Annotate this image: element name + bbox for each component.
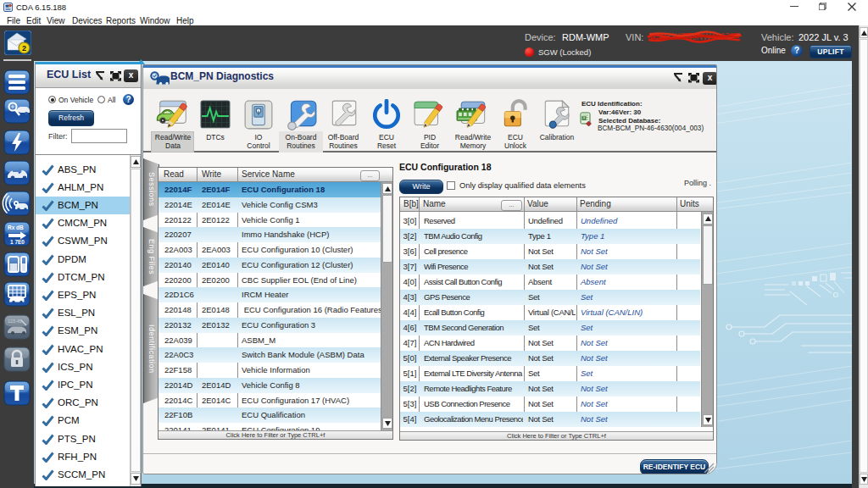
svg-text:2: 2 [22,44,26,53]
svg-text:X: X [582,116,585,120]
svg-text:1 7E0: 1 7E0 [10,239,25,245]
